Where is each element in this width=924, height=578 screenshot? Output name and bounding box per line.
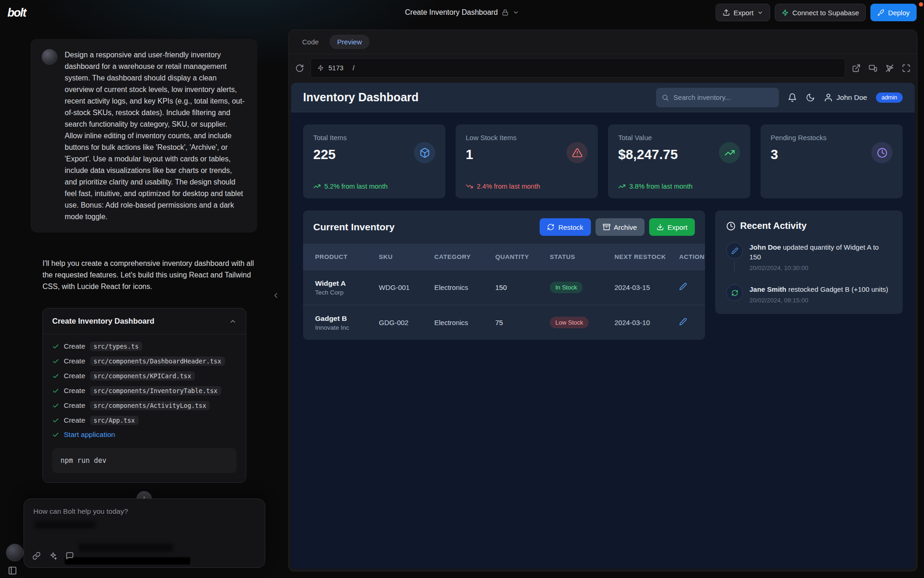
next-restock-cell: 2024-03-15	[614, 283, 679, 291]
file-chip[interactable]: src/types.ts	[90, 342, 143, 351]
file-chip[interactable]: src/components/ActivityLog.tsx	[90, 401, 210, 410]
chat-input-field[interactable]	[33, 507, 255, 516]
port-number: 5173	[328, 64, 343, 72]
inventory-actions: Restock Archive Export	[540, 218, 695, 236]
inventory-card: Current Inventory Restock Archive	[303, 210, 705, 340]
bolt-logo[interactable]: bolt	[7, 6, 26, 19]
activity-item: John Doe updated quantity of Widget A to…	[726, 242, 892, 271]
preview-pane: Inventory Dashboard	[291, 83, 915, 569]
artifact-header[interactable]: Create Inventory Dashboard	[43, 308, 246, 334]
sidebar-toggle-button[interactable]	[8, 566, 17, 575]
search-icon	[662, 94, 669, 101]
kpi-row: Total Items 225 5.2% from last month Low…	[303, 124, 903, 198]
role-badge: admin	[876, 92, 903, 103]
project-title-menu[interactable]: Create Inventory Dashboard	[405, 8, 519, 17]
devices-icon	[869, 64, 877, 73]
url-bar[interactable]: 5173 /	[310, 58, 845, 78]
maximize-icon	[902, 64, 911, 73]
trend-up-icon	[313, 183, 321, 190]
panel-left-icon	[8, 566, 17, 575]
file-chip[interactable]: src/components/InventoryTable.tsx	[90, 386, 221, 395]
clock-icon	[871, 142, 893, 163]
file-chip[interactable]: src/components/KPICard.tsx	[90, 371, 195, 381]
assistant-message-text: I'll help you create a comprehensive inv…	[43, 258, 258, 292]
kpi-trend: 2.4% from last month	[466, 183, 540, 190]
connect-supabase-button[interactable]: Connect to Supabase	[775, 4, 866, 21]
search-input[interactable]	[656, 88, 779, 107]
file-chip[interactable]: src/App.tsx	[90, 416, 139, 425]
open-external-button[interactable]	[852, 64, 861, 73]
tab-preview[interactable]: Preview	[329, 35, 370, 49]
category-cell: Electronics	[434, 283, 495, 291]
search-field[interactable]	[674, 93, 773, 101]
artifact-step: Create src/components/KPICard.tsx	[52, 369, 237, 383]
kpi-card-total-items: Total Items 225 5.2% from last month	[303, 124, 445, 198]
dashboard-main-row: Current Inventory Restock Archive	[303, 210, 903, 340]
recent-activity-card: Recent Activity John Doe updat	[715, 210, 903, 314]
activity-actor: John Doe	[749, 243, 781, 251]
edit-row-button[interactable]	[679, 318, 687, 326]
dark-mode-toggle[interactable]	[806, 93, 815, 102]
project-title: Create Inventory Dashboard	[405, 8, 498, 17]
sparkles-icon[interactable]	[49, 552, 57, 560]
start-application-link[interactable]: Start application	[64, 430, 115, 439]
export-inventory-button[interactable]: Export	[649, 218, 695, 236]
trending-up-icon	[719, 142, 740, 163]
inventory-header: Current Inventory Restock Archive	[303, 210, 705, 244]
artifact-title: Create Inventory Dashboard	[52, 317, 154, 326]
chevron-down-icon	[513, 9, 519, 16]
export-button[interactable]: Export	[716, 4, 770, 21]
user-icon	[824, 93, 833, 102]
fullscreen-button[interactable]	[902, 64, 911, 73]
refresh-button[interactable]	[295, 64, 304, 73]
tab-code[interactable]: Code	[294, 35, 327, 49]
chat-bubble-icon[interactable]	[66, 552, 74, 560]
supabase-bolt-icon	[782, 9, 789, 16]
quantity-cell[interactable]: 75	[495, 319, 550, 326]
collapse-chat-button[interactable]	[272, 291, 280, 300]
trend-up-icon	[618, 183, 626, 190]
device-preview-button[interactable]	[869, 64, 877, 73]
product-supplier: Tech Corp	[315, 289, 379, 296]
kpi-trend: 5.2% from last month	[313, 183, 388, 190]
account-avatar[interactable]	[6, 544, 24, 561]
inventory-title: Current Inventory	[313, 221, 395, 233]
user-message: Design a responsive and user-friendly in…	[30, 39, 257, 233]
check-icon	[52, 343, 59, 350]
inspector-toggle-button[interactable]	[885, 64, 894, 73]
artifact-step: Create src/types.ts	[52, 339, 237, 354]
preview-controls	[852, 64, 911, 73]
sku-cell: GDG-002	[379, 319, 434, 326]
pencil-icon	[679, 318, 687, 326]
next-restock-cell: 2024-03-10	[614, 319, 679, 326]
alert-triangle-icon	[566, 142, 588, 163]
port-zap-icon	[317, 65, 324, 71]
edit-row-button[interactable]	[679, 283, 687, 290]
url-path: /	[353, 64, 354, 72]
restock-button[interactable]: Restock	[540, 218, 590, 236]
check-icon	[52, 387, 59, 394]
quantity-cell[interactable]: 150	[495, 283, 550, 291]
link-icon[interactable]	[32, 552, 41, 560]
status-badge: In Stock	[550, 282, 583, 293]
download-icon	[657, 223, 664, 231]
package-icon	[414, 142, 435, 163]
artifact-steps: Create src/types.ts Create src/component…	[43, 334, 246, 482]
status-badge: Low Stock	[550, 317, 589, 328]
kpi-trend: 3.8% from last month	[618, 183, 693, 190]
artifact-step: Create src/App.tsx	[52, 413, 237, 428]
workbench-tabs: Code Preview	[289, 30, 917, 54]
file-chip[interactable]: src/components/DashboardHeader.tsx	[90, 357, 225, 366]
user-menu[interactable]: John Doe	[824, 93, 867, 102]
edit-activity-icon	[726, 242, 743, 259]
archive-button[interactable]: Archive	[596, 218, 644, 236]
dashboard-header: Inventory Dashboard	[291, 83, 915, 112]
notifications-button[interactable]	[788, 93, 797, 102]
check-icon	[52, 358, 59, 365]
deploy-button[interactable]: Deploy	[870, 4, 917, 21]
product-supplier: Innovate Inc	[315, 324, 379, 331]
kpi-card-pending-restocks: Pending Restocks 3	[760, 124, 903, 198]
workbench-panel: Code Preview 5173 /	[288, 30, 918, 572]
chevron-up-icon[interactable]	[229, 318, 237, 325]
upload-icon	[723, 9, 730, 16]
